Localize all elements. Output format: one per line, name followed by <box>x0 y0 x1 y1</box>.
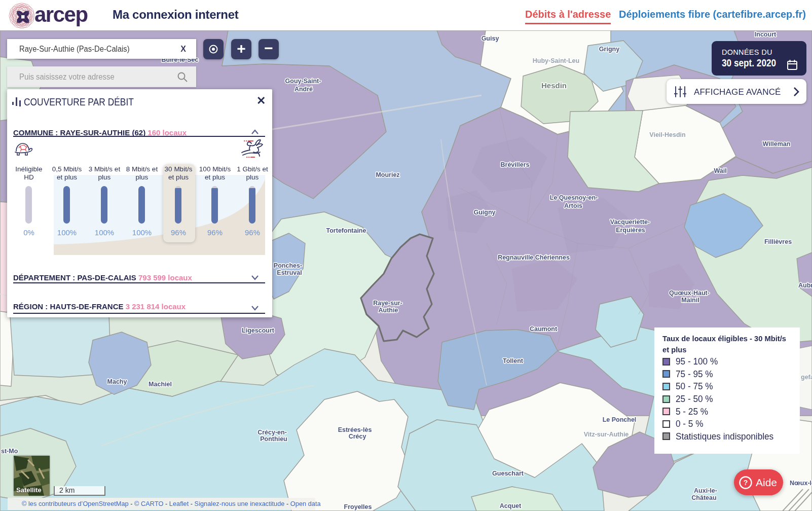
svg-text:gefa: gefa <box>801 374 812 381</box>
svg-text:Estruval: Estruval <box>277 269 302 276</box>
svg-text:Crécy: Crécy <box>349 433 366 440</box>
svg-text:Estrées-lès: Estrées-lès <box>338 426 372 433</box>
svg-text:Ponches-: Ponches- <box>274 262 302 269</box>
svg-text:Le Ponchel: Le Ponchel <box>603 416 637 423</box>
svg-text:Guigny: Guigny <box>473 209 495 216</box>
svg-text:Huby-Saint-Leu: Huby-Saint-Leu <box>533 57 579 64</box>
svg-text:Mouriez: Mouriez <box>376 171 399 178</box>
svg-text:Tortefontaine: Tortefontaine <box>326 227 366 234</box>
svg-text:Maînil: Maînil <box>681 297 699 304</box>
svg-text:Ligescourt: Ligescourt <box>242 327 275 334</box>
svg-text:Quœux-Haut-: Quœux-Haut- <box>669 289 710 297</box>
svg-text:Vitz-sur-Authie: Vitz-sur-Authie <box>584 431 629 438</box>
svg-text:Caumont: Caumont <box>530 325 558 333</box>
svg-text:Gouy-Saint-: Gouy-Saint- <box>285 78 321 85</box>
svg-text:Hesdin: Hesdin <box>541 81 567 90</box>
svg-text:Brévillers: Brévillers <box>501 161 530 168</box>
svg-text:Machy: Machy <box>107 378 127 385</box>
svg-text:Ponthieu: Ponthieu <box>260 435 287 443</box>
svg-text:André: André <box>294 86 313 93</box>
svg-text:Fillièvres: Fillièvres <box>764 238 792 245</box>
svg-text:Le Quesnoy-en-: Le Quesnoy-en- <box>550 194 598 201</box>
svg-text:st-Mo: st-Mo <box>1 448 18 455</box>
svg-text:Tollent: Tollent <box>503 357 524 364</box>
svg-text:Raye-sur-: Raye-sur- <box>373 300 402 307</box>
svg-text:Machiel: Machiel <box>149 381 172 388</box>
svg-text:Guisy: Guisy <box>482 35 499 42</box>
svg-text:Incourt: Incourt <box>755 31 777 38</box>
svg-text:Froyelles: Froyelles <box>344 503 372 510</box>
svg-text:Artois: Artois <box>564 202 582 209</box>
svg-text:?: ? <box>744 479 748 487</box>
svg-text:Auxi-le-: Auxi-le- <box>694 487 717 494</box>
svg-text:Aubr: Aubr <box>798 282 812 289</box>
svg-text:Erquières: Erquières <box>616 227 645 234</box>
svg-text:Willeman: Willeman <box>763 140 791 148</box>
svg-text:Nœux-lè: Nœux-lè <box>790 480 812 487</box>
svg-text:Grigny: Grigny <box>599 46 619 53</box>
svg-text:Regnauville Chériennes: Regnauville Chériennes <box>498 254 570 261</box>
svg-text:Gueschart: Gueschart <box>492 470 524 477</box>
svg-text:Wail: Wail <box>714 167 726 174</box>
svg-text:Crécy-en-: Crécy-en- <box>257 429 287 436</box>
svg-text:Vacqueriette-: Vacqueriette- <box>610 218 650 226</box>
svg-text:Vieil-Hesdin: Vieil-Hesdin <box>649 131 685 138</box>
svg-text:Authie: Authie <box>379 307 398 314</box>
svg-text:Acquet: Acquet <box>500 502 522 509</box>
svg-text:Château: Château <box>691 494 716 501</box>
